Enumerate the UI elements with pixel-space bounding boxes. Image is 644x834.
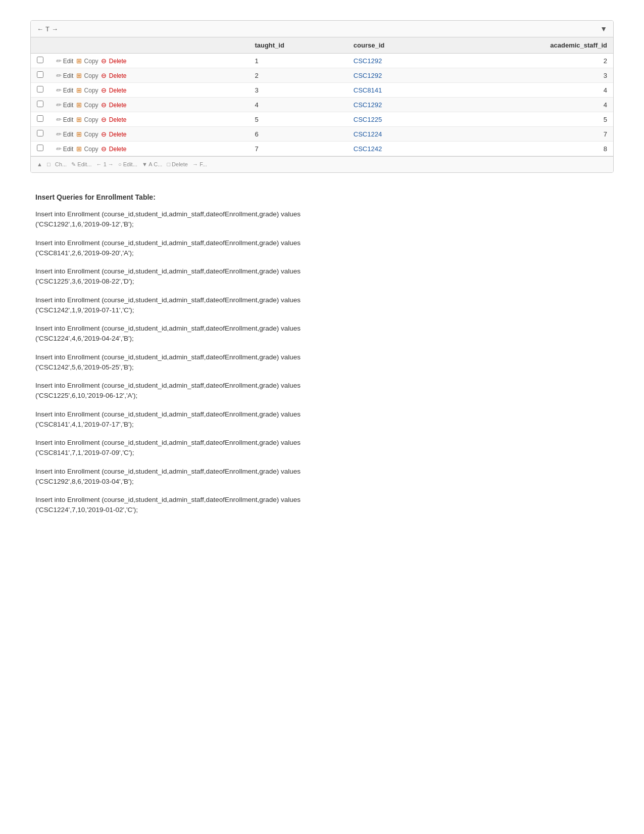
query-text: Insert into Enrollment (course_id,studen… [35, 409, 609, 420]
query-block: Insert into Enrollment (course_id,studen… [35, 209, 609, 230]
course-id-cell: CSC1224 [348, 127, 450, 142]
edit-icon: ✏ [56, 86, 61, 94]
query-text: Insert into Enrollment (course_id,studen… [35, 295, 609, 305]
row-checkbox-cell [31, 112, 49, 127]
edit-icon: ✏ [56, 57, 61, 65]
table-row: ✏ Edit ⊞ Copy ⊖ Delete 5CSC12255 [31, 112, 613, 127]
delete-button[interactable]: Delete [109, 58, 127, 65]
col-checkbox [31, 37, 49, 54]
row-actions: ✏ Edit ⊞ Copy ⊖ Delete [49, 142, 249, 156]
query-text: Insert into Enrollment (course_id,studen… [35, 238, 609, 248]
query-values: ('CSC8141',7,1,'2019-07-09','C'); [35, 448, 609, 458]
query-values: ('CSC1292',8,6,'2019-03-04','B'); [35, 477, 609, 487]
table-row: ✏ Edit ⊞ Copy ⊖ Delete 7CSC12428 [31, 142, 613, 156]
data-table: taught_id course_id academic_staff_id ✏ … [31, 37, 613, 156]
query-text: Insert into Enrollment (course_id,studen… [35, 209, 609, 219]
copy-icon: ⊞ [76, 86, 82, 94]
delete-icon: ⊖ [101, 130, 107, 138]
edit-button[interactable]: Edit [63, 87, 74, 94]
query-block: Insert into Enrollment (course_id,studen… [35, 295, 609, 316]
edit-button[interactable]: Edit [63, 72, 74, 79]
copy-button[interactable]: Copy [84, 116, 98, 123]
query-text: Insert into Enrollment (course_id,studen… [35, 381, 609, 391]
delete-button[interactable]: Delete [109, 131, 127, 138]
table-row: ✏ Edit ⊞ Copy ⊖ Delete 4CSC12924 [31, 98, 613, 112]
filter-icon: ▼ [600, 25, 607, 33]
taught-id-cell: 6 [249, 127, 347, 142]
query-block: Insert into Enrollment (course_id,studen… [35, 467, 609, 487]
edit-icon: ✏ [56, 116, 61, 123]
academic-staff-id-cell: 8 [450, 142, 613, 156]
delete-icon: ⊖ [101, 101, 107, 109]
delete-button[interactable]: Delete [109, 102, 127, 109]
query-block: Insert into Enrollment (course_id,studen… [35, 495, 609, 516]
row-actions: ✏ Edit ⊞ Copy ⊖ Delete [49, 68, 249, 83]
row-checkbox[interactable] [37, 145, 43, 151]
row-checkbox[interactable] [37, 101, 43, 107]
copy-button[interactable]: Copy [84, 58, 98, 65]
delete-button[interactable]: Delete [109, 72, 127, 79]
row-checkbox-cell [31, 54, 49, 68]
delete-icon: ⊖ [101, 86, 107, 94]
query-block: Insert into Enrollment (course_id,studen… [35, 323, 609, 344]
table-row: ✏ Edit ⊞ Copy ⊖ Delete 6CSC12247 [31, 127, 613, 142]
taught-id-cell: 5 [249, 112, 347, 127]
nav-separator-icon: T [45, 25, 49, 33]
query-values: ('CSC1242',5,6,'2019-05-25','B'); [35, 362, 609, 373]
col-taught-id[interactable]: taught_id [249, 37, 347, 54]
delete-button[interactable]: Delete [109, 116, 127, 123]
query-values: ('CSC1225',6,10,'2019-06-12','A'); [35, 391, 609, 401]
row-checkbox[interactable] [37, 130, 43, 136]
query-values: ('CSC1242',1,9,'2019-07-11','C'); [35, 305, 609, 315]
course-id-cell: CSC1225 [348, 112, 450, 127]
col-academic-staff-id[interactable]: academic_staff_id [450, 37, 613, 54]
edit-button[interactable]: Edit [63, 102, 74, 109]
delete-button[interactable]: Delete [109, 146, 127, 153]
row-checkbox[interactable] [37, 57, 43, 63]
row-actions: ✏ Edit ⊞ Copy ⊖ Delete [49, 127, 249, 142]
delete-button[interactable]: Delete [109, 87, 127, 94]
toolbar-filter[interactable]: ▼ [600, 25, 607, 33]
edit-button[interactable]: Edit [63, 58, 74, 65]
academic-staff-id-cell: 4 [450, 98, 613, 112]
copy-icon: ⊞ [76, 57, 82, 65]
query-values: ('CSC8141',2,6,'2019-09-20','A'); [35, 248, 609, 258]
edit-button[interactable]: Edit [63, 146, 74, 153]
footer-content: ▲ □ Ch... ✎ Edit... ← 1 → ○ Edit... ▼ A … [37, 161, 207, 168]
academic-staff-id-cell: 2 [450, 54, 613, 68]
copy-button[interactable]: Copy [84, 102, 98, 109]
row-actions: ✏ Edit ⊞ Copy ⊖ Delete [49, 83, 249, 98]
copy-button[interactable]: Copy [84, 131, 98, 138]
academic-staff-id-cell: 7 [450, 127, 613, 142]
query-values: ('CSC8141',4,1,'2019-07-17','B'); [35, 420, 609, 430]
toolbar-nav: ← T → [37, 25, 58, 33]
row-checkbox[interactable] [37, 86, 43, 92]
copy-button[interactable]: Copy [84, 72, 98, 79]
nav-right-icon[interactable]: → [52, 25, 58, 33]
edit-icon: ✏ [56, 145, 61, 153]
delete-icon: ⊖ [101, 116, 107, 123]
table-row: ✏ Edit ⊞ Copy ⊖ Delete 1CSC12922 [31, 54, 613, 68]
query-block: Insert into Enrollment (course_id,studen… [35, 238, 609, 259]
query-text: Insert into Enrollment (course_id,studen… [35, 266, 609, 276]
col-course-id[interactable]: course_id [348, 37, 450, 54]
row-checkbox[interactable] [37, 115, 43, 122]
edit-button[interactable]: Edit [63, 131, 74, 138]
academic-staff-id-cell: 4 [450, 83, 613, 98]
course-id-cell: CSC8141 [348, 83, 450, 98]
query-block: Insert into Enrollment (course_id,studen… [35, 381, 609, 401]
query-values: ('CSC1292',1,6,'2019-09-12','B'); [35, 219, 609, 229]
copy-button[interactable]: Copy [84, 146, 98, 153]
table-footer: ▲ □ Ch... ✎ Edit... ← 1 → ○ Edit... ▼ A … [31, 156, 613, 172]
row-checkbox[interactable] [37, 71, 43, 78]
delete-icon: ⊖ [101, 57, 107, 65]
edit-button[interactable]: Edit [63, 116, 74, 123]
edit-icon: ✏ [56, 72, 61, 79]
edit-icon: ✏ [56, 130, 61, 138]
course-id-cell: CSC1242 [348, 142, 450, 156]
nav-left-icon[interactable]: ← [37, 25, 43, 33]
delete-icon: ⊖ [101, 145, 107, 153]
query-values: ('CSC1224',7,10,'2019-01-02','C'); [35, 505, 609, 515]
query-text: Insert into Enrollment (course_id,studen… [35, 467, 609, 477]
copy-button[interactable]: Copy [84, 87, 98, 94]
